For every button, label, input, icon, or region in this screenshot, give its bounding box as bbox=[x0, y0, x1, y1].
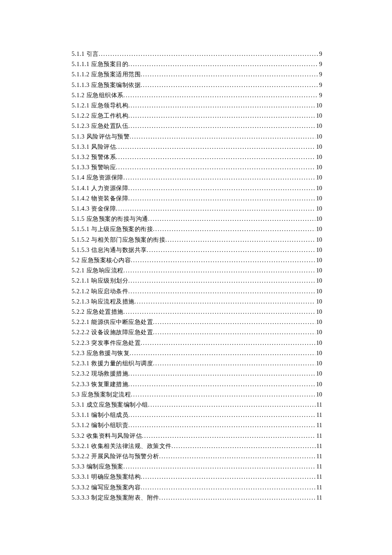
toc-leader-dots: ........................................… bbox=[128, 101, 315, 111]
toc-leader-dots: ........................................… bbox=[124, 173, 316, 183]
toc-entry-label: 5.1.4.3 资金保障 bbox=[72, 204, 116, 214]
toc-entry-label: 5.1.4.2 物资装备保障 bbox=[72, 194, 128, 204]
toc-entry-page: 10 bbox=[315, 307, 322, 317]
toc-entry: 5.3.3.1 明确应急预案结构........................… bbox=[72, 472, 322, 482]
toc-entry-page: 11 bbox=[316, 462, 322, 472]
toc-entry: 5.2.2.3 突发事件应急处置........................… bbox=[72, 338, 322, 348]
toc-leader-dots: ........................................… bbox=[128, 369, 315, 379]
toc-entry: 5.2.1 应急响应流程............................… bbox=[72, 266, 322, 276]
toc-entry-page: 9 bbox=[318, 80, 322, 90]
toc-leader-dots: ........................................… bbox=[128, 111, 315, 121]
toc-entry: 5.1.4.3 资金保障............................… bbox=[72, 204, 322, 214]
toc-entry-page: 11 bbox=[316, 400, 322, 410]
toc-entry: 5.2 应急预案核心内容............................… bbox=[72, 255, 322, 266]
toc-leader-dots: ........................................… bbox=[116, 204, 315, 214]
toc-entry: 5.2.1.1 响应级别划分..........................… bbox=[72, 276, 322, 286]
toc-entry-page: 10 bbox=[315, 390, 322, 400]
toc-leader-dots: ........................................… bbox=[148, 214, 316, 224]
toc-page: 5.1.1 引言................................… bbox=[0, 0, 392, 529]
toc-entry: 5.2.2.1 能源供应中断应急处置......................… bbox=[72, 317, 322, 327]
toc-entry-label: 5.3.1.1 编制小组成员 bbox=[72, 410, 128, 420]
toc-entry-label: 5.1.2.2 应急工作机构 bbox=[72, 111, 128, 121]
toc-entry: 5.2.3.1 救援力量的组织与调度......................… bbox=[72, 358, 322, 369]
toc-leader-dots: ........................................… bbox=[131, 255, 315, 266]
toc-leader-dots: ........................................… bbox=[153, 358, 315, 369]
toc-leader-dots: ........................................… bbox=[116, 152, 315, 162]
toc-entry-label: 5.1.3 风险评估与预警 bbox=[72, 132, 130, 142]
toc-leader-dots: ........................................… bbox=[128, 379, 315, 390]
toc-entry-page: 10 bbox=[315, 224, 322, 234]
toc-entry-page: 10 bbox=[315, 317, 322, 327]
toc-entry-label: 5.2.2.1 能源供应中断应急处置 bbox=[72, 317, 153, 327]
toc-entry-page: 10 bbox=[315, 235, 322, 245]
toc-entry: 5.1.3.3 预警响应............................… bbox=[72, 162, 322, 173]
toc-entry-page: 10 bbox=[315, 358, 322, 369]
toc-entry-label: 5.3.3.2 编写应急预案内容 bbox=[72, 483, 141, 493]
toc-entry-page: 10 bbox=[315, 286, 322, 297]
toc-entry-label: 5.3.2.2 开展风险评估与预警分析 bbox=[72, 451, 159, 462]
toc-entry-page: 11 bbox=[316, 431, 322, 441]
toc-entry: 5.3.2.2 开展风险评估与预警分析.....................… bbox=[72, 451, 322, 462]
toc-leader-dots: ........................................… bbox=[128, 276, 315, 286]
toc-entry: 5.2.3 应急救援与恢复...........................… bbox=[72, 348, 322, 358]
toc-entry-label: 5.1.5.1 与上级应急预案的衔接 bbox=[72, 224, 153, 234]
toc-entry-label: 5.2 应急预案核心内容 bbox=[72, 255, 131, 266]
toc-leader-dots: ........................................… bbox=[148, 400, 316, 410]
toc-entry: 5.3 应急预案制定流程............................… bbox=[72, 390, 322, 400]
toc-entry: 5.2.1.2 响应启动条件..........................… bbox=[72, 286, 322, 297]
toc-leader-dots: ........................................… bbox=[153, 317, 315, 327]
toc-leader-dots: ........................................… bbox=[128, 194, 315, 204]
toc-entry-label: 5.3.1 成立应急预案编制小组 bbox=[72, 400, 148, 410]
toc-leader-dots: ........................................… bbox=[124, 307, 316, 317]
toc-entry: 5.1.1.3 应急预案编制依据........................… bbox=[72, 80, 322, 90]
toc-entry: 5.1.2.3 应急处置队伍..........................… bbox=[72, 121, 322, 131]
toc-entry-label: 5.1.2.1 应急领导机构 bbox=[72, 101, 128, 111]
toc-entry: 5.1.4.1 人力资源保障..........................… bbox=[72, 183, 322, 194]
toc-entry: 5.1.1.1 应急预案目的..........................… bbox=[72, 59, 322, 69]
toc-entry-label: 5.1.1.2 应急预案适用范围 bbox=[72, 69, 141, 80]
toc-leader-dots: ........................................… bbox=[141, 80, 318, 90]
toc-leader-dots: ........................................… bbox=[141, 472, 316, 482]
toc-entry-label: 5.3.3.3 制定应急预案附表、附件 bbox=[72, 493, 159, 503]
toc-leader-dots: ........................................… bbox=[128, 59, 318, 69]
toc-entry-page: 10 bbox=[315, 194, 322, 204]
toc-entry-page: 11 bbox=[316, 420, 322, 431]
toc-entry-label: 5.3.3 编制应急预案 bbox=[72, 462, 124, 472]
toc-entry-label: 5.1.2 应急组织体系 bbox=[72, 90, 124, 101]
toc-entry-label: 5.1.1.3 应急预案编制依据 bbox=[72, 80, 141, 90]
toc-entry-page: 10 bbox=[315, 204, 322, 214]
toc-entry: 5.1.3 风险评估与预警...........................… bbox=[72, 132, 322, 142]
toc-entry-page: 10 bbox=[315, 132, 322, 142]
toc-entry-page: 9 bbox=[318, 49, 322, 59]
toc-entry-page: 11 bbox=[316, 451, 322, 462]
toc-entry: 5.2.2.2 设备设施故障应急处置......................… bbox=[72, 327, 322, 338]
toc-leader-dots: ........................................… bbox=[147, 245, 316, 255]
toc-entry-label: 5.2.1 应急响应流程 bbox=[72, 266, 124, 276]
toc-entry: 5.1.5.1 与上级应急预案的衔接......................… bbox=[72, 224, 322, 234]
toc-leader-dots: ........................................… bbox=[128, 121, 315, 131]
toc-leader-dots: ........................................… bbox=[153, 224, 315, 234]
toc-entry-label: 5.3.3.1 明确应急预案结构 bbox=[72, 472, 141, 482]
toc-entry-label: 5.1.3.3 预警响应 bbox=[72, 162, 116, 173]
toc-entry-page: 10 bbox=[315, 152, 322, 162]
toc-entry-page: 10 bbox=[315, 327, 322, 338]
toc-entry: 5.1.1 引言................................… bbox=[72, 49, 322, 59]
toc-entry-page: 10 bbox=[315, 173, 322, 183]
toc-entry-page: 11 bbox=[316, 472, 322, 482]
toc-entry: 5.2.1.3 响应流程及措施.........................… bbox=[72, 297, 322, 307]
toc-entry-page: 10 bbox=[315, 348, 322, 358]
toc-entry-page: 10 bbox=[315, 142, 322, 152]
toc-entry-page: 10 bbox=[315, 297, 322, 307]
toc-entry: 5.3.1.2 编制小组职责..........................… bbox=[72, 420, 322, 431]
toc-leader-dots: ........................................… bbox=[141, 69, 318, 80]
toc-entry-label: 5.3.2 收集资料与风险评估 bbox=[72, 431, 142, 441]
toc-entry-label: 5.1.1.1 应急预案目的 bbox=[72, 59, 128, 69]
toc-entry: 5.3.3.2 编写应急预案内容........................… bbox=[72, 483, 322, 493]
toc-entry: 5.2.3.3 恢复重建措施..........................… bbox=[72, 379, 322, 390]
toc-leader-dots: ........................................… bbox=[124, 462, 316, 472]
toc-entry-label: 5.1.4.1 人力资源保障 bbox=[72, 183, 128, 194]
toc-leader-dots: ........................................… bbox=[128, 420, 316, 431]
toc-entry-page: 10 bbox=[315, 266, 322, 276]
toc-entry: 5.3.1.1 编制小组成员..........................… bbox=[72, 410, 322, 420]
toc-entry-page: 10 bbox=[315, 101, 322, 111]
